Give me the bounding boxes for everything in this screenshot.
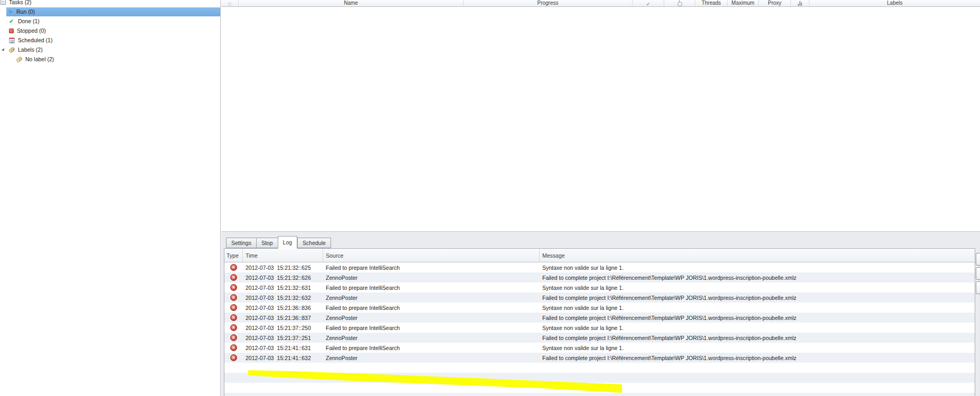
- error-icon: ✕: [230, 294, 237, 301]
- error-icon: ✕: [230, 324, 237, 331]
- log-row[interactable]: ✕2012-07-03 15:21:37::251ZennoPosterFail…: [224, 333, 975, 343]
- log-column-header-time[interactable]: Time: [243, 249, 323, 262]
- column-header-threads[interactable]: Threads: [695, 0, 728, 6]
- log-cell-type: ✕: [224, 274, 243, 281]
- log-row[interactable]: ✕2012-07-03 15:21:37::250Failed to prepa…: [224, 323, 975, 333]
- stopped-icon: [9, 29, 14, 33]
- tree-item-run-0[interactable]: Run (0): [0, 7, 220, 16]
- tree-item-label: Done (1): [18, 18, 40, 24]
- column-header-favorite[interactable]: [221, 0, 239, 6]
- tree-item-label: No label (2): [25, 56, 54, 62]
- tree-item-inner: Tasks (2): [0, 0, 220, 7]
- dock-tab-strip: SettingsStopLogSchedule: [226, 235, 331, 248]
- tree-item-done-1[interactable]: Done (1): [0, 16, 220, 26]
- tree-item-inner: Run (0): [6, 7, 220, 16]
- log-cell-source: ZennoPoster: [323, 335, 540, 341]
- log-row-empty: [224, 393, 975, 396]
- expander-icon[interactable]: ◢: [2, 48, 4, 51]
- log-cell-message: Syntaxe non valide sur la ligne 1.: [540, 285, 975, 291]
- log-cell-type: ✕: [224, 264, 243, 271]
- log-row[interactable]: ✕2012-07-03 15:21:41::632ZennoPosterFail…: [224, 353, 975, 363]
- tree-item-inner: No label (2): [6, 55, 220, 64]
- column-header-power[interactable]: [664, 0, 695, 6]
- side-button[interactable]: [976, 267, 980, 280]
- task-grid-body[interactable]: [221, 7, 980, 231]
- log-table: TypeTimeSourceMessage ✕2012-07-03 15:21:…: [224, 248, 975, 396]
- error-icon: ✕: [230, 354, 237, 361]
- log-cell-source: Failed to prepare IntelliSearch: [323, 265, 540, 271]
- log-cell-type: ✕: [224, 294, 243, 301]
- run-icon: [9, 10, 13, 14]
- task-tree-panel: Tasks (2) Run (0)Done (1)Stopped (0)Sche…: [0, 0, 221, 396]
- log-cell-message: Failed to complete project I:\Référencem…: [540, 275, 975, 281]
- tree-item-stopped-0[interactable]: Stopped (0): [0, 26, 220, 35]
- tree-item-label: Scheduled (1): [18, 37, 52, 43]
- task-grid-header: NameProgressThreadsMaximumProxyLabels: [221, 0, 980, 7]
- column-header-labels[interactable]: Labels: [809, 0, 980, 6]
- task-tree-items: Run (0)Done (1)Stopped (0)Scheduled (1)◢…: [0, 7, 220, 64]
- log-cell-time: 2012-07-03 15:21:32::631: [243, 285, 323, 291]
- error-icon: ✕: [230, 344, 237, 351]
- log-row-empty: [224, 383, 975, 393]
- log-column-header-source[interactable]: Source: [323, 249, 540, 262]
- log-row[interactable]: ✕2012-07-03 15:21:41::631Failed to prepa…: [224, 343, 975, 353]
- log-cell-message: Syntaxe non valide sur la ligne 1.: [540, 325, 975, 331]
- log-cell-time: 2012-07-03 15:21:41::631: [243, 345, 323, 351]
- log-cell-message: Syntaxe non valide sur la ligne 1.: [540, 305, 975, 311]
- column-label: Proxy: [768, 0, 781, 6]
- side-button[interactable]: [976, 253, 980, 266]
- tree-item-labels-2[interactable]: ◢Labels (2): [0, 45, 220, 54]
- tree-item-inner: Scheduled (1): [6, 36, 220, 45]
- log-cell-source: ZennoPoster: [323, 355, 540, 361]
- tree-item-label: Stopped (0): [17, 27, 46, 34]
- log-row[interactable]: ✕2012-07-03 15:21:36::837ZennoPosterFail…: [224, 313, 975, 323]
- error-icon: ✕: [230, 314, 237, 321]
- tree-item-label: Tasks (2): [9, 0, 32, 5]
- tree-item-scheduled-1[interactable]: Scheduled (1): [0, 35, 220, 45]
- log-row[interactable]: ✕2012-07-03 15:21:36::836Failed to prepa…: [224, 303, 975, 313]
- log-column-header-message[interactable]: Message: [540, 249, 975, 262]
- column-header-name[interactable]: Name: [239, 0, 464, 6]
- column-header-proxy[interactable]: Proxy: [759, 0, 791, 6]
- column-label: Progress: [537, 0, 558, 6]
- error-icon: ✕: [230, 334, 237, 341]
- log-column-header-type[interactable]: Type: [224, 249, 243, 262]
- log-cell-time: 2012-07-03 15:21:37::251: [243, 335, 323, 341]
- column-label: Threads: [702, 0, 721, 6]
- chart-icon: [798, 1, 802, 6]
- app-window: { "sidebar": { "root_label": "Tasks (2)"…: [0, 0, 980, 396]
- column-label: Name: [344, 0, 358, 6]
- log-row[interactable]: ✕2012-07-03 15:21:32::632ZennoPosterFail…: [224, 293, 975, 303]
- log-cell-source: ZennoPoster: [323, 315, 540, 321]
- log-row[interactable]: ✕2012-07-03 15:21:32::631Failed to prepa…: [224, 282, 975, 293]
- log-cell-type: ✕: [224, 324, 243, 331]
- side-button[interactable]: [976, 281, 980, 294]
- log-row-empty: [224, 363, 975, 373]
- column-header-completed[interactable]: [633, 0, 664, 6]
- tab-log[interactable]: Log: [278, 236, 298, 249]
- tree-item-inner: Done (1): [6, 17, 220, 26]
- column-header-progress[interactable]: Progress: [464, 0, 633, 6]
- log-cell-time: 2012-07-03 15:21:41::632: [243, 355, 323, 361]
- tree-item-tasks[interactable]: Tasks (2): [0, 0, 220, 7]
- tab-stop[interactable]: Stop: [256, 238, 278, 248]
- log-cell-source: Failed to prepare IntelliSearch: [323, 325, 540, 331]
- error-icon: ✕: [230, 284, 237, 291]
- error-icon: ✕: [230, 274, 237, 281]
- log-cell-source: Failed to prepare IntelliSearch: [323, 285, 540, 291]
- log-cell-message: Syntaxe non valide sur la ligne 1.: [540, 345, 975, 351]
- log-table-header: TypeTimeSourceMessage: [224, 249, 975, 262]
- log-row[interactable]: ✕2012-07-03 15:21:32::625Failed to prepa…: [224, 262, 975, 272]
- log-cell-time: 2012-07-03 15:21:32::625: [243, 265, 323, 271]
- error-icon: ✕: [230, 264, 237, 271]
- tab-schedule[interactable]: Schedule: [297, 238, 331, 248]
- tree-item-no-label-2[interactable]: No label (2): [0, 54, 220, 64]
- log-cell-message: Failed to complete project I:\Référencem…: [540, 295, 975, 301]
- log-row[interactable]: ✕2012-07-03 15:21:32::626ZennoPosterFail…: [224, 272, 975, 282]
- column-header-maximum[interactable]: Maximum: [728, 0, 759, 6]
- column-header-stats[interactable]: [791, 0, 809, 6]
- log-cell-message: Failed to complete project I:\Référencem…: [540, 355, 975, 361]
- log-cell-message: Failed to complete project I:\Référencem…: [540, 335, 975, 341]
- log-cell-source: Failed to prepare IntelliSearch: [323, 345, 540, 351]
- tab-settings[interactable]: Settings: [226, 238, 256, 248]
